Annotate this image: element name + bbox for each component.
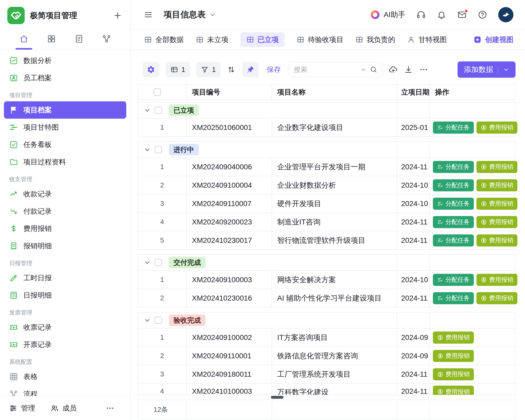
manage-button[interactable]: 管理 [9, 403, 35, 413]
group-checkbox[interactable] [155, 107, 162, 114]
more-actions-button[interactable] [419, 65, 428, 74]
select-all-checkbox[interactable] [154, 88, 161, 96]
scrollbar-handle[interactable] [271, 396, 284, 399]
collapse-group-icon[interactable] [144, 259, 151, 266]
expense-reimburse-button[interactable]: 费用报销 [433, 386, 474, 395]
expense-reimburse-button[interactable]: 费用报销 [476, 234, 517, 246]
collapse-group-icon[interactable] [144, 317, 151, 324]
members-button[interactable]: 成员 [50, 403, 77, 413]
assign-task-button[interactable]: 分配任务 [433, 179, 474, 191]
sidebar-item-payment-records[interactable]: 付款记录 [4, 203, 126, 220]
table-row[interactable]: 4 XM202409200023 制造业IT咨询 2024-11 分配任务 费用… [138, 213, 515, 231]
collapse-group-icon[interactable] [144, 146, 151, 153]
group-checkbox[interactable] [155, 259, 162, 266]
sidebar-item-workflow[interactable]: 流程 [4, 385, 126, 396]
chevron-down-icon[interactable] [360, 66, 366, 73]
table-row[interactable]: 2 XM202409110001 铁路信息化管理方案咨询 2024-09 费用报… [138, 346, 515, 365]
table-row[interactable]: 1 XM202409100002 IT方案咨询项目 2024-09 费用报销 [138, 328, 515, 346]
expense-reimburse-button[interactable]: 费用报销 [476, 274, 517, 286]
expense-reimburse-button[interactable]: 费用报销 [476, 198, 517, 210]
group-checkbox[interactable] [155, 146, 162, 153]
table-row-clipped[interactable]: 4 XM202410100003 万科数字化建设 2024-11 费用报销 [138, 383, 515, 395]
add-workspace-icon[interactable] [113, 11, 122, 20]
expense-reimburse-button[interactable]: 费用报销 [476, 292, 517, 304]
view-settings-button[interactable] [143, 62, 159, 77]
tab-all-data[interactable]: 全部数据 [144, 35, 184, 44]
collapse-sidebar-icon[interactable] [144, 10, 153, 19]
expense-reimburse-button[interactable]: 费用报销 [476, 179, 517, 191]
bell-icon[interactable] [437, 10, 446, 19]
sidebar-item-data-analysis[interactable]: 数据分析 [4, 52, 126, 69]
table-row[interactable]: 3 XM202409110007 硬件开发项目 2024-10 分配任务 费用报… [138, 194, 515, 213]
avatar[interactable] [498, 7, 513, 22]
table-row[interactable]: 3 XM202409180011 工厂管理系统开发项目 2024-11 费用报销 [138, 365, 515, 383]
headset-icon[interactable] [416, 10, 426, 19]
pin-button[interactable] [242, 62, 259, 77]
nav-tab-docs[interactable] [70, 30, 88, 48]
tab-my-responsibility[interactable]: 我负责的 [355, 35, 395, 44]
filter-button[interactable]: 1 [196, 62, 220, 77]
add-data-button[interactable]: 添加数据 [458, 61, 516, 78]
tab-not-initiated[interactable]: 未立项 [196, 35, 228, 44]
collapse-group-icon[interactable] [144, 107, 151, 114]
table-row[interactable]: 2 XM202410230016 AI 辅助个性化学习平台建设项目 2024-1… [138, 289, 515, 307]
assign-task-button[interactable]: 分配任务 [433, 198, 474, 210]
ai-assistant-button[interactable]: AI助手 [370, 10, 405, 20]
expense-reimburse-button[interactable]: 费用报销 [476, 161, 517, 173]
sidebar-item-collection-records[interactable]: 收款记录 [4, 185, 126, 203]
search-box[interactable] [289, 62, 382, 77]
sidebar-item-project-gantt[interactable]: 项目甘特图 [4, 119, 126, 136]
field-config-button[interactable]: 1 [166, 62, 190, 77]
page-title[interactable]: 项目信息表 [164, 9, 216, 20]
export-button[interactable] [404, 65, 413, 74]
cell-project-code: XM202501060001 [186, 118, 272, 136]
table-row[interactable]: 1 XM202501060001 企业数字化建设项目 2025-01 分配任务 … [138, 118, 515, 136]
sidebar-item-reimbursement-details[interactable]: 报销明细 [4, 237, 126, 255]
tab-initiated[interactable]: 已立项 [240, 32, 285, 47]
assign-task-button[interactable]: 分配任务 [433, 274, 474, 286]
sidebar-item-invoice-received[interactable]: 收票记录 [4, 319, 126, 336]
inbox-button[interactable] [457, 10, 467, 19]
sidebar-item-project-process-docs[interactable]: 项目过程资料 [4, 153, 126, 171]
create-view-button[interactable]: 创建视图 [473, 35, 513, 44]
sidebar-item-expense-reimbursement[interactable]: 费用报销 [4, 220, 126, 237]
search-icon[interactable] [370, 66, 377, 74]
assign-task-button[interactable]: 分配任务 [433, 161, 474, 173]
sidebar-item-task-board[interactable]: 任务看板 [4, 136, 126, 153]
expense-reimburse-button[interactable]: 费用报销 [433, 332, 474, 344]
assign-task-button[interactable]: 分配任务 [433, 292, 474, 304]
table-row[interactable]: 2 XM202409100004 企业业财数据分析 2024-10 分配任务 费… [138, 176, 515, 194]
table-row[interactable]: 5 XM202410230017 智行物流管理软件升级项目 2024-11 分配… [138, 231, 515, 249]
more-icon[interactable] [106, 404, 114, 413]
search-input[interactable] [294, 66, 357, 74]
sidebar-item-employee-files[interactable]: 员工档案 [4, 69, 126, 87]
sidebar-item-project-files[interactable]: 项目档案 [4, 101, 126, 119]
expense-reimburse-button[interactable]: 费用报销 [476, 122, 517, 134]
tab-gantt-view[interactable]: 甘特视图 [407, 35, 447, 44]
nav-tab-flow[interactable] [97, 30, 116, 48]
group-checkbox[interactable] [155, 317, 162, 324]
tab-pending-acceptance[interactable]: 待验收项目 [297, 35, 343, 44]
sidebar-item-daily-report-details[interactable]: 日报明细 [4, 287, 126, 304]
nav-tab-apps[interactable] [42, 30, 61, 48]
expense-reimburse-button[interactable]: 费用报销 [433, 368, 474, 380]
data-table: 项目编号 项目名称 立项日期 操作 已立项 [138, 84, 516, 419]
sidebar-item-label: 任务看板 [23, 140, 52, 149]
sidebar-item-tables[interactable]: 表格 [4, 368, 126, 385]
import-button[interactable] [389, 65, 398, 74]
save-view-button[interactable]: 保存 [267, 65, 281, 74]
sort-button[interactable] [227, 65, 236, 74]
assign-task-button[interactable]: 分配任务 [433, 216, 474, 228]
sidebar-item-workhour-daily[interactable]: 工时日报 [4, 269, 126, 287]
sidebar-item-invoice-issued[interactable]: 开票记录 [4, 336, 126, 353]
expense-reimburse-button[interactable]: 费用报销 [433, 350, 474, 362]
help-icon[interactable] [478, 10, 487, 19]
nav-tab-home[interactable] [15, 30, 33, 48]
assign-task-button[interactable]: 分配任务 [433, 122, 474, 134]
assign-task-button[interactable]: 分配任务 [433, 234, 474, 246]
table-row[interactable]: 1 XM202409040006 企业管理平台开发项目一期 2024-11 分配… [138, 158, 515, 176]
money-circle-icon [481, 219, 487, 225]
money-circle-icon [437, 371, 443, 377]
expense-reimburse-button[interactable]: 费用报销 [476, 216, 517, 228]
table-row[interactable]: 1 XM202409100003 网络安全解决方案 2024-10 分配任务 费… [138, 270, 515, 289]
